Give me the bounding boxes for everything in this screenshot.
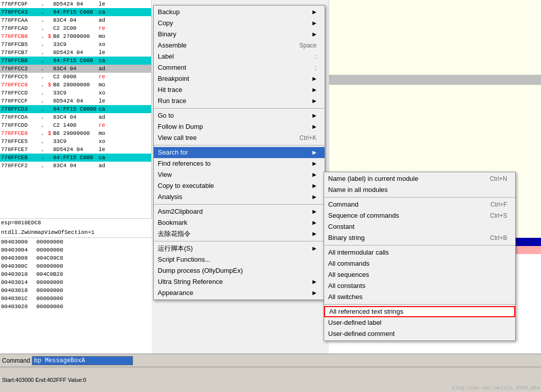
dump-row: 00403010 004C0B28 xyxy=(0,270,152,278)
disasm-row: 776FFCF2 . 83C4 04 ad xyxy=(0,162,151,170)
dump-row: 0040300C 00000000 xyxy=(0,262,152,270)
menu-item-find-references[interactable]: Find references to ▶ xyxy=(154,158,325,169)
submenu-item-command[interactable]: Command Ctrl+F xyxy=(324,199,515,210)
disasm-row: 776FFCAA . 83C4 04 ad xyxy=(0,16,151,24)
command-label: Command xyxy=(2,357,30,364)
disasm-row: 776FFCD3 . 64:FF15 C0000 ca xyxy=(0,105,151,113)
disasm-row: 776FFCDD . C2 1400 re xyxy=(0,121,151,129)
menu-item-backup[interactable]: Backup ▶ xyxy=(154,7,325,18)
menu-item-appearance[interactable]: Appearance ▶ xyxy=(154,287,325,299)
dump-row: 00403008 004C09C8 xyxy=(0,254,152,262)
dump-row: 00403004 00000000 xyxy=(0,246,152,254)
menu-item-assemble[interactable]: Assemble Space xyxy=(154,40,325,51)
menu-item-view[interactable]: View ▶ xyxy=(154,169,325,180)
submenu-item-all-intermodular[interactable]: All intermodular calls xyxy=(324,247,515,258)
disasm-row: 776FFCA3 . 64:FF15 C000 ca xyxy=(0,8,151,16)
menu-item-search-for[interactable]: Search for ▶ xyxy=(154,147,325,158)
menu-item-binary[interactable]: Binary ▶ xyxy=(154,29,325,40)
menu-item-ultra-string[interactable]: Ultra String Reference ▶ xyxy=(154,276,325,287)
disasm-row: 776FFCE0 . $ B8 29000000 mo xyxy=(0,129,151,137)
menu-item-label[interactable]: Label : xyxy=(154,51,325,62)
menu-item-asm2clipboard[interactable]: Asm2Clipboard ▶ xyxy=(154,206,325,217)
submenu-item-all-constants[interactable]: All constants xyxy=(324,280,515,291)
submenu-item-all-referenced-text[interactable]: All referenced text strings xyxy=(324,306,515,317)
context-menu[interactable]: Backup ▶ Copy ▶ Binary ▶ Assemble Space … xyxy=(153,5,325,300)
memdump-panel: 00403000 00000000 00403004 00000000 0040… xyxy=(0,237,152,354)
ntdll-info: ntdll.ZwUnmapViewOfSection+1 xyxy=(0,227,152,237)
command-bar: Command xyxy=(0,354,541,367)
menu-item-remove-flower[interactable]: 去除花指令 ▶ xyxy=(154,228,325,239)
menu-item-comment[interactable]: Comment ; xyxy=(154,62,325,73)
disasm-row: 776FFCEB . 64:FF15 C000 ca xyxy=(0,154,151,162)
menu-item-run-trace[interactable]: Run trace ▶ xyxy=(154,95,325,107)
submenu-item-sequence-commands[interactable]: Sequence of commands Ctrl+S xyxy=(324,210,515,221)
submenu-separator xyxy=(324,245,515,246)
disasm-row: 776FFCC5 . C2 0800 re xyxy=(0,73,151,81)
disasm-row: 776FFCDA . 83C4 04 ad xyxy=(0,113,151,121)
context-submenu-search[interactable]: Name (label) in current module Ctrl+N Na… xyxy=(324,172,516,341)
menu-separator xyxy=(154,145,325,145)
submenu-separator xyxy=(324,197,515,198)
menu-item-follow-dump[interactable]: Follow in Dump ▶ xyxy=(154,121,325,132)
right-panel-bar xyxy=(329,75,541,85)
menu-item-goto[interactable]: Go to ▶ xyxy=(154,110,325,121)
dump-row: 0040301C 00000000 xyxy=(0,295,152,303)
submenu-item-binary-string[interactable]: Binary string Ctrl+B xyxy=(324,232,515,243)
disasm-row: 776FFCC8 . $ B8 28000000 mo xyxy=(0,81,151,89)
dump-row: 00403014 00000000 xyxy=(0,278,152,286)
menu-separator xyxy=(154,204,325,205)
dump-row: 00403000 00000000 xyxy=(0,238,152,246)
disasm-row: 776FFCE5 . 33C9 xo xyxy=(0,137,151,145)
submenu-item-all-switches[interactable]: All switches xyxy=(324,291,515,303)
menu-item-analysis[interactable]: Analysis ▶ xyxy=(154,191,325,203)
menu-item-dump-process[interactable]: Dump process (OllyDumpEx) xyxy=(154,265,325,276)
dump-row: 00403018 00000000 xyxy=(0,286,152,295)
submenu-item-all-commands[interactable]: All commands xyxy=(324,258,515,269)
disasm-row: 776FFCB0 . $ B8 27000000 mo xyxy=(0,32,151,40)
command-input[interactable] xyxy=(32,356,133,365)
submenu-item-all-sequences[interactable]: All sequences xyxy=(324,269,515,280)
disasm-row: 776FFCCD . 33C9 xo xyxy=(0,89,151,97)
disasm-row: 776FFCC2 . 83C4 04 ad xyxy=(0,65,151,73)
menu-item-bookmark[interactable]: Bookmark ▶ xyxy=(154,217,325,228)
menu-item-breakpoint[interactable]: Breakpoint ▶ xyxy=(154,73,325,84)
watermark: blog.csdn.net/weixin_3956_864 xyxy=(451,384,541,392)
menu-item-copy-executable[interactable]: Copy to executable ▶ xyxy=(154,180,325,191)
disasm-row: 776FFCAD . C2 2C00 re xyxy=(0,24,151,32)
esp-info: esp=0018EDC8 xyxy=(0,218,152,226)
submenu-separator xyxy=(324,304,515,305)
disasm-row: 776FFCB5 . 33C9 xo xyxy=(0,40,151,48)
menu-separator xyxy=(154,241,325,241)
disasm-row: 776FFCCF . 8D5424 04 le xyxy=(0,97,151,105)
disasm-row: 776FFCE7 . 8D5424 04 le xyxy=(0,145,151,154)
disasm-row: 776FFC9F . 8D5424 04 le xyxy=(0,0,151,8)
menu-item-script-functions[interactable]: Script Functions... xyxy=(154,254,325,265)
menu-item-copy[interactable]: Copy ▶ xyxy=(154,18,325,29)
submenu-item-user-defined-comment[interactable]: User-defined comment xyxy=(324,328,515,339)
menu-item-run-script[interactable]: 运行脚本(S) ▶ xyxy=(154,243,325,254)
submenu-item-name-all[interactable]: Name in all modules xyxy=(324,184,515,195)
submenu-item-name-current[interactable]: Name (label) in current module Ctrl+N xyxy=(324,173,515,184)
submenu-item-user-defined-label[interactable]: User-defined label xyxy=(324,317,515,328)
dump-row: 00403020 00000000 xyxy=(0,303,152,311)
menu-item-view-call-tree[interactable]: View call tree Ctrl+K xyxy=(154,132,325,143)
disasm-row: 776FFCB7 . 8D5424 04 le xyxy=(0,48,151,57)
submenu-item-constant[interactable]: Constant xyxy=(324,221,515,232)
disasm-row: 776FFCBB . 64:FF15 C000 ca xyxy=(0,57,151,65)
status-text: Start:403000 End:402FFF Value:0 xyxy=(2,377,86,383)
menu-separator xyxy=(154,108,325,109)
menu-item-hit-trace[interactable]: Hit trace ▶ xyxy=(154,84,325,95)
